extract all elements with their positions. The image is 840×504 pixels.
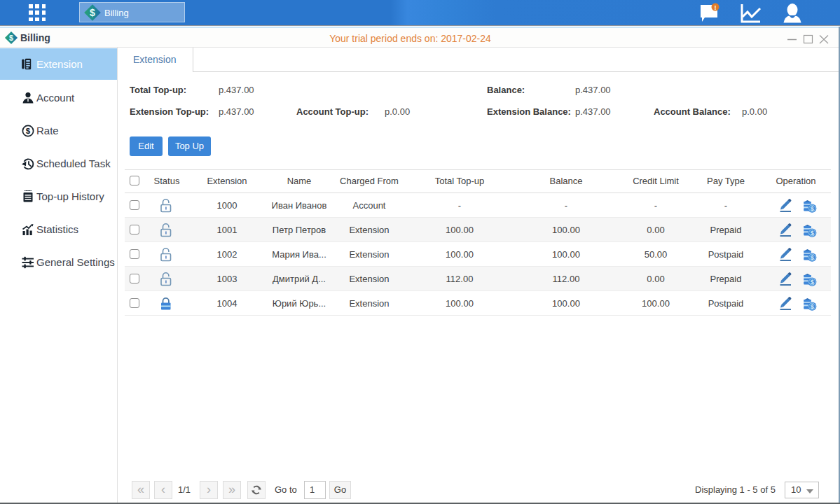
- svg-text:!: !: [715, 4, 717, 11]
- svg-text:$: $: [811, 279, 814, 286]
- svg-text:$: $: [811, 230, 814, 237]
- svg-text:$: $: [811, 303, 814, 310]
- svg-text:$: $: [26, 127, 31, 135]
- svg-text:$: $: [90, 7, 95, 18]
- svg-text:$: $: [811, 254, 814, 261]
- svg-text:$: $: [811, 205, 814, 212]
